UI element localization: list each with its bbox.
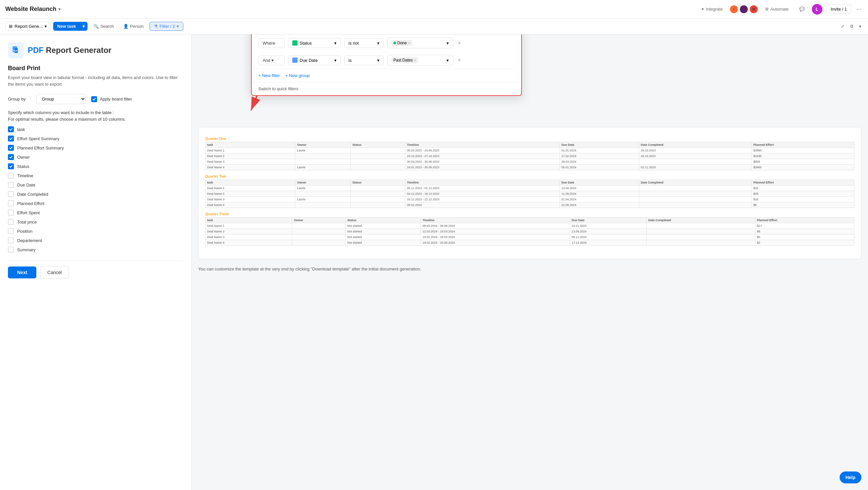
next-button[interactable]: Next	[8, 266, 36, 279]
filter-operator-2[interactable]: is ▾	[344, 56, 384, 65]
table-row: Deal Name 4Laurie16.01.2023 - 30.06.2023…	[206, 165, 855, 170]
column-checkbox-date_completed[interactable]	[8, 191, 14, 197]
column-checkbox-effort_spent[interactable]	[8, 210, 14, 215]
filter-connector-and[interactable]: And ▾	[258, 56, 285, 65]
column-label-summary: Summary	[17, 247, 36, 252]
filter-field-duedate[interactable]: Due Date ▾	[288, 55, 341, 65]
table-row: Deal Name 4Not started19.02.2024 - 20.09…	[206, 240, 855, 246]
column-label-total_price: Total price	[17, 220, 37, 225]
filter-value-2[interactable]: Past Dates × ▾	[387, 55, 453, 65]
value2-chevron-icon: ▾	[446, 58, 449, 63]
red-arrow	[192, 34, 868, 490]
reddit-icon: r	[730, 5, 738, 13]
table-row: Deal Name 204.12.2023 - 18.12.202311.08.…	[206, 191, 855, 197]
person-button[interactable]: 👤 Person	[120, 22, 147, 30]
grid-icon: ⊞	[9, 24, 12, 29]
apply-filter-checkbox[interactable]	[91, 96, 97, 102]
table-row: Deal Name 3Laurie16.12.2023 - 22.12.2023…	[206, 197, 855, 202]
pdf-header: PDF PDF Report Generator	[8, 42, 183, 58]
automate-button[interactable]: ⚙ Automate	[762, 5, 792, 13]
column-item-timeline: Timeline	[8, 173, 183, 178]
filter-popup: Advanced filters Showing 3 of 12 tasks i…	[251, 34, 522, 96]
filter-connector-where[interactable]: Where	[258, 38, 285, 48]
title-chevron-icon[interactable]: ▾	[58, 7, 60, 11]
cancel-button[interactable]: Cancel	[40, 266, 69, 279]
column-label-effort_spent_summary: Effort Spent Summary	[17, 136, 59, 141]
settings-button[interactable]: ⚙	[848, 23, 855, 30]
chat-button[interactable]: 💬	[796, 5, 808, 13]
table-row: Deal Name 330.03.2023 - 30.06.202328.03.…	[206, 159, 855, 165]
help-button[interactable]: Help	[840, 471, 861, 483]
apply-filter-label: Apply board filter	[100, 96, 132, 102]
column-checkbox-position[interactable]	[8, 228, 14, 234]
table-row: Deal Name 1Not started09.03.2024 - 09.08…	[206, 223, 855, 229]
table-row: Deal Name 1Laurie05.11.2023 - 01.12.2023…	[206, 185, 855, 191]
column-checkbox-departement[interactable]	[8, 237, 14, 243]
duedate-field-icon	[292, 58, 298, 63]
topbar-left: Website Relaunch ▾	[5, 6, 60, 12]
column-label-position: Position	[17, 229, 32, 234]
column-label-planned_effort: Planned Effort	[17, 201, 44, 206]
filter-value-1[interactable]: Done × ▾	[387, 38, 453, 48]
new-filter-button[interactable]: + New filter	[258, 73, 280, 78]
column-label-effort_spent: Effort Spent	[17, 210, 40, 215]
avatar[interactable]: L	[812, 4, 823, 15]
pastdates-chip: Past Dates ×	[392, 57, 418, 63]
column-label-status: Status	[17, 164, 29, 169]
column-checkbox-status[interactable]	[8, 163, 14, 169]
toolbar: ⊞ Report Gene... ▾ New task ▾ 🔍 Search 👤…	[0, 19, 868, 34]
switch-quick-button[interactable]: Switch to quick filters	[252, 82, 521, 95]
value-chevron-icon: ▾	[446, 41, 449, 46]
more-options-button[interactable]: ···	[855, 4, 863, 14]
apply-filter-row: Apply board filter	[91, 96, 132, 102]
preview-group-quarter-two: Quarter Two	[205, 174, 855, 178]
left-panel: PDF PDF Report Generator Board Print Exp…	[0, 34, 192, 490]
filter-operator-1[interactable]: is not ▾	[344, 38, 384, 48]
filter-footer: + New filter + New group	[252, 69, 521, 82]
search-icon: 🔍	[93, 24, 99, 29]
op2-chevron-icon: ▾	[377, 58, 379, 63]
filter-remove-2[interactable]: ×	[457, 56, 462, 64]
column-label-departement: Departement	[17, 238, 42, 243]
table-row: Deal Name 223.10.2023 - 27.10.202317.02.…	[206, 153, 855, 159]
invite-button[interactable]: Invite / 1	[826, 4, 851, 14]
column-item-planned_effort_summary: Planned Effort Summary	[8, 145, 183, 151]
integrate-button[interactable]: ✦ Integrate	[698, 5, 726, 13]
group-by-select[interactable]: Group	[36, 94, 86, 104]
column-item-date_completed: Date Completed	[8, 191, 183, 197]
search-button[interactable]: 🔍 Search	[90, 22, 117, 30]
column-checkbox-planned_effort_summary[interactable]	[8, 145, 14, 151]
view-select-button[interactable]: ⊞ Report Gene... ▾	[5, 22, 51, 31]
filter-remove-1[interactable]: ×	[457, 39, 462, 47]
column-checkbox-planned_effort[interactable]	[8, 200, 14, 206]
bottom-text: You can customize the template at the ve…	[198, 266, 861, 273]
column-checkbox-effort_spent_summary[interactable]	[8, 136, 14, 142]
new-group-button[interactable]: + New group	[285, 73, 309, 78]
column-checkbox-total_price[interactable]	[8, 219, 14, 225]
column-checkbox-owner[interactable]	[8, 154, 14, 160]
new-task-button[interactable]: New task ▾	[53, 22, 87, 31]
filter-field-status[interactable]: Status ▾	[288, 38, 341, 48]
collapse-button[interactable]: ▾	[858, 23, 863, 30]
expand-button[interactable]: ⤢	[840, 23, 846, 30]
slack-icon: +	[740, 5, 748, 13]
person-icon: 👤	[123, 24, 128, 29]
column-item-status: Status	[8, 163, 183, 169]
column-label-task: task	[17, 127, 25, 132]
column-checkbox-task[interactable]	[8, 126, 14, 132]
column-label-planned_effort_summary: Planned Effort Summary	[17, 145, 64, 150]
column-item-owner: Owner	[8, 154, 183, 160]
pastdates-remove-icon[interactable]: ×	[414, 59, 416, 62]
done-remove-icon[interactable]: ×	[408, 41, 410, 45]
integration-icons: r + M	[730, 5, 758, 13]
section-desc: Export your board view in tabular format…	[8, 75, 183, 87]
app-title: Website Relaunch ▾	[5, 6, 60, 12]
svg-text:PDF: PDF	[13, 50, 18, 52]
group-by-label: Group by	[8, 96, 31, 102]
filter-button[interactable]: ⚗ Filter / 2 ▾	[150, 22, 183, 31]
column-item-summary: Summary	[8, 247, 183, 253]
column-checkbox-due_date[interactable]	[8, 182, 14, 188]
column-checkbox-summary[interactable]	[8, 247, 14, 253]
column-checkbox-timeline[interactable]	[8, 173, 14, 178]
op-chevron-icon: ▾	[377, 41, 379, 46]
